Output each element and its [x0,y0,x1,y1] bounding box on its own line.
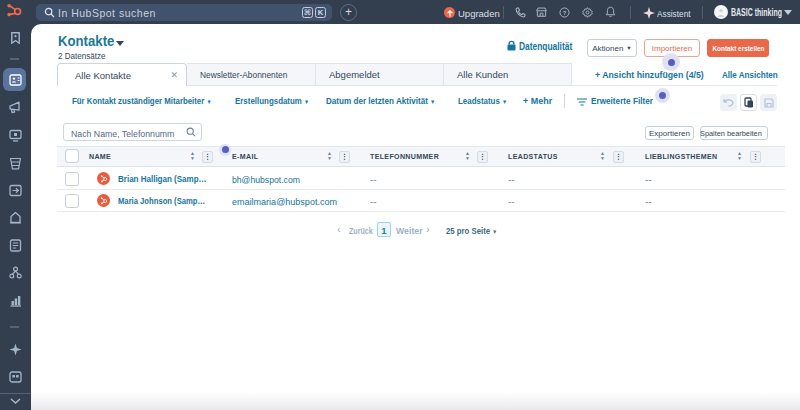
svg-text:?: ? [563,10,567,16]
